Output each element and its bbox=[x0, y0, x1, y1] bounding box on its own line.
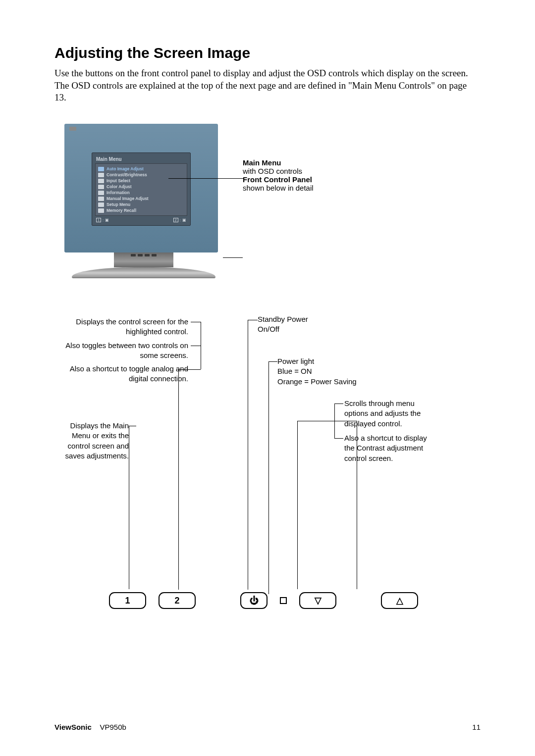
input-icon bbox=[98, 179, 104, 183]
osd-menu-list: Auto Image Adjust Contrast/Brightness In… bbox=[95, 163, 187, 216]
leader-line bbox=[334, 438, 343, 439]
leader-line bbox=[357, 421, 357, 589]
leader-line bbox=[178, 369, 201, 370]
osd-item-label: Memory Recall bbox=[107, 208, 136, 213]
power-light-line2: Blue = ON bbox=[277, 366, 357, 376]
foot-num-1: 1 bbox=[96, 218, 101, 222]
power-light-line1: Power light bbox=[277, 356, 357, 366]
panel-btn bbox=[145, 254, 150, 256]
leader-line bbox=[248, 320, 248, 590]
color-icon bbox=[98, 185, 104, 189]
leader-line bbox=[168, 178, 244, 179]
button-2[interactable]: 2 bbox=[159, 592, 196, 609]
up-button[interactable]: △ bbox=[381, 592, 418, 609]
osd-item-label: Auto Image Adjust bbox=[107, 166, 144, 171]
osd-item-label: Color Adjust bbox=[107, 184, 132, 189]
leader-line bbox=[334, 403, 343, 404]
button-1-label: 1 bbox=[125, 596, 130, 606]
button-row: 1 2 ⏻ ▽ △ bbox=[109, 592, 418, 609]
down-icon: ▽ bbox=[315, 595, 321, 606]
monitor-graphic: Main Menu Auto Image Adjust Contrast/Bri… bbox=[64, 124, 223, 278]
callout-toggle: Also toggles between two controls on som… bbox=[54, 341, 188, 361]
monitor-illustration: Main Menu Auto Image Adjust Contrast/Bri… bbox=[54, 124, 481, 287]
power-light-line3: Orange = Power Saving bbox=[277, 377, 357, 387]
callout-main-menu: Displays the Main Menu or exits the cont… bbox=[54, 421, 129, 461]
leader-line bbox=[129, 426, 129, 589]
footer-model: VP950b bbox=[100, 723, 126, 731]
osd-footer: 1:▣ 2:▣ bbox=[95, 216, 187, 222]
down-button[interactable]: ▽ bbox=[299, 592, 336, 609]
up-icon: △ bbox=[396, 595, 403, 606]
page-footer: ViewSonic VP950b 11 bbox=[54, 723, 481, 731]
osd-title: Main Menu bbox=[95, 155, 187, 163]
leader-line bbox=[268, 361, 277, 362]
auto-image-icon bbox=[98, 167, 104, 171]
panel-btn bbox=[152, 254, 157, 256]
exit-icon: ▣ bbox=[105, 218, 109, 222]
button-1[interactable]: 1 bbox=[109, 592, 146, 609]
standby-line2: On/Off bbox=[258, 324, 308, 334]
osd-item-setup: Setup Menu bbox=[98, 202, 184, 207]
osd-footer-right: 2:▣ bbox=[173, 218, 186, 222]
osd-item-color: Color Adjust bbox=[98, 184, 184, 190]
front-panel-buttons bbox=[131, 254, 157, 256]
osd-item-label: Input Select bbox=[107, 178, 130, 183]
standby-line1: Standby Power bbox=[258, 314, 308, 324]
main-menu-sub: with OSD controls bbox=[243, 167, 314, 175]
panel-sub: shown below in detail bbox=[243, 184, 314, 192]
page-number: 11 bbox=[472, 723, 481, 731]
leader-line bbox=[129, 426, 136, 426]
panel-label: Front Control Panel shown below in detai… bbox=[243, 175, 314, 192]
control-panel-diagram: Displays the control screen for the high… bbox=[54, 317, 481, 614]
memory-icon bbox=[98, 208, 104, 213]
button-2-label: 2 bbox=[174, 596, 179, 606]
leader-line bbox=[191, 346, 201, 346]
footer-brand: ViewSonic bbox=[54, 723, 92, 731]
osd-item-manual: Manual Image Adjust bbox=[98, 196, 184, 202]
osd-item-label: Setup Menu bbox=[107, 202, 130, 207]
osd-item-info: Information bbox=[98, 190, 184, 196]
leader-line bbox=[191, 322, 201, 322]
main-menu-title: Main Menu bbox=[243, 158, 314, 167]
power-led bbox=[280, 597, 287, 604]
webcam-icon bbox=[69, 127, 76, 131]
leader-line bbox=[178, 369, 179, 590]
power-icon: ⏻ bbox=[250, 596, 259, 606]
leader-line bbox=[223, 257, 243, 258]
monitor-labels: Main Menu with OSD controls Front Contro… bbox=[243, 158, 314, 192]
panel-btn bbox=[131, 254, 136, 256]
manual-icon bbox=[98, 197, 104, 201]
osd-item-label: Manual Image Adjust bbox=[107, 196, 149, 201]
foot-colon: : bbox=[180, 218, 181, 222]
info-icon bbox=[98, 191, 104, 195]
osd-item-label: Information bbox=[107, 190, 130, 195]
osd-main-menu: Main Menu Auto Image Adjust Contrast/Bri… bbox=[92, 152, 191, 226]
page-heading: Adjusting the Screen Image bbox=[54, 45, 481, 61]
contrast-icon bbox=[98, 173, 104, 177]
foot-num-2: 2 bbox=[173, 218, 178, 222]
footer-left: ViewSonic VP950b bbox=[54, 723, 126, 731]
leader-line bbox=[268, 361, 269, 594]
callout-standby: Standby Power On/Off bbox=[258, 314, 308, 335]
callout-shortcut-analog: Also a shortcut to toggle analog and dig… bbox=[54, 364, 188, 384]
callout-scroll: Scrolls through menu options and adjusts… bbox=[344, 399, 433, 429]
main-menu-label: Main Menu with OSD controls bbox=[243, 158, 314, 175]
osd-footer-left: 1:▣ bbox=[96, 218, 109, 222]
leader-line bbox=[297, 421, 357, 421]
power-button[interactable]: ⏻ bbox=[240, 592, 268, 609]
callout-control-screen: Displays the control screen for the high… bbox=[54, 317, 188, 337]
setup-icon bbox=[98, 202, 104, 207]
callout-power-light: Power light Blue = ON Orange = Power Sav… bbox=[277, 356, 357, 387]
osd-item-memory: Memory Recall bbox=[98, 207, 184, 213]
panel-btn bbox=[138, 254, 143, 256]
leader-line bbox=[297, 421, 298, 589]
osd-item-contrast: Contrast/Brightness bbox=[98, 172, 184, 178]
osd-item-label: Contrast/Brightness bbox=[107, 172, 147, 177]
monitor-screen: Main Menu Auto Image Adjust Contrast/Bri… bbox=[64, 124, 218, 252]
enter-icon: ▣ bbox=[182, 218, 186, 222]
foot-colon: : bbox=[103, 218, 104, 222]
callout-shortcut-contrast: Also a shortcut to display the Contrast … bbox=[344, 433, 433, 463]
osd-item-auto-image: Auto Image Adjust bbox=[98, 166, 184, 172]
monitor-base bbox=[72, 267, 215, 278]
intro-paragraph: Use the buttons on the front control pan… bbox=[54, 67, 481, 104]
